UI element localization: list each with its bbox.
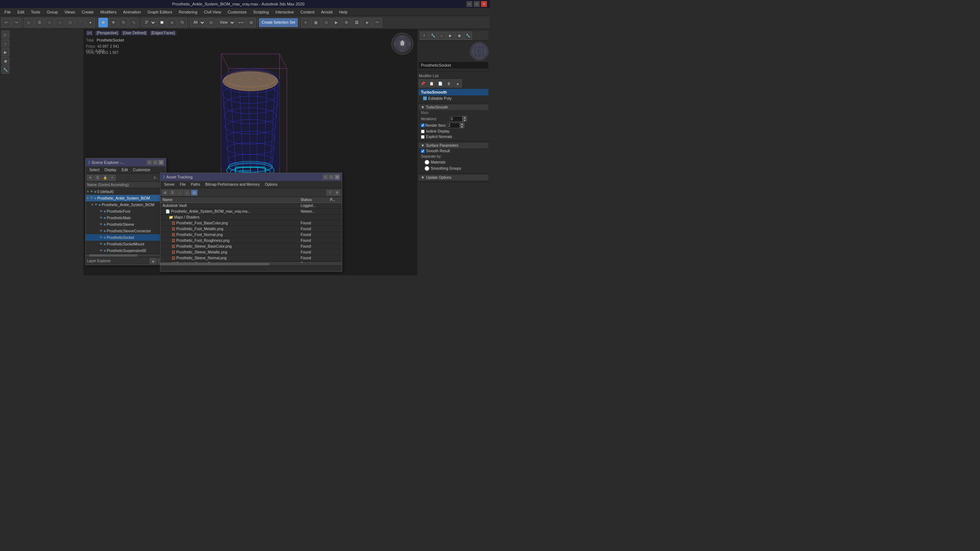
menu-item-help[interactable]: Help [336,9,351,15]
se-list-btn[interactable]: ☰ [94,175,101,181]
menu-item-content[interactable]: Content [298,9,317,15]
at-row-2[interactable]: 📁 Maps / Shaders [161,214,342,220]
se-tree-row-1[interactable]: ▼👁◈Prosthetic_Ankle_System_BiOM [86,195,166,202]
surface-params-title[interactable]: ▼ Surface Parameters [419,143,488,148]
se-menu-customize[interactable]: Customize [131,168,152,172]
se-tree-row-5[interactable]: 👁◈ProstheticSleeve [86,221,166,228]
viewport-edgedfaces-tag[interactable]: [Edged Faces] [150,30,176,35]
render-setup-button[interactable]: ⚙ [342,18,351,27]
display-btn[interactable]: ◉ [2,57,10,65]
menu-item-edit[interactable]: Edit [14,9,27,15]
rp-display-btn[interactable]: ◉ [455,32,463,40]
se-tree-row-8[interactable]: 👁◈ProstheticSocketMount [86,241,166,247]
explicit-normals-checkbox[interactable] [421,135,425,139]
rp-hierarchy-btn[interactable]: ⌂ [438,32,446,40]
select-name-button[interactable]: ☰ [35,18,44,27]
se-tree-row-2[interactable]: ▼👁◈Prosthetic_Ankle_System_BiOM [86,202,166,208]
viewport-persp-tag[interactable]: [Perspective] [95,30,119,35]
viewport-userdef-tag[interactable]: [User Defined] [121,30,148,35]
at-row-9[interactable]: 🖼 Prosthetic_Sleeve_Normal.pngFound [161,255,342,261]
rp-modify-btn[interactable]: 🔧 [429,32,437,40]
scale-button[interactable]: ⤡ [129,18,138,27]
se-tree-row-0[interactable]: ▼👁◈0 (default) [86,188,166,195]
se-eye-6[interactable]: 👁 [100,229,103,233]
se-minimize-btn[interactable]: ─ [147,160,152,165]
mod-move-up-btn[interactable]: ▲ [454,79,462,87]
se-menu-edit[interactable]: Edit [119,168,130,172]
redo-button[interactable]: ↪ [12,18,21,27]
snap-pct-button[interactable]: % [178,18,187,27]
at-help-btn[interactable]: ? [326,190,333,195]
close-button[interactable]: ✕ [481,1,487,7]
render-iters-up[interactable]: ▲ [460,122,464,125]
at-row-4[interactable]: 🖼 Prosthetic_Foot_Metallic.pngFound [161,226,342,232]
rp-nav-sphere[interactable] [470,42,488,60]
mod-paste-btn[interactable]: 📋 [428,79,436,87]
viewport-plus-tag[interactable]: [+] [86,30,93,35]
isoline-checkbox[interactable] [421,130,425,133]
at-menu-paths[interactable]: Paths [189,182,203,187]
menu-item-scripting[interactable]: Scripting [250,9,272,15]
se-eye-2[interactable]: 👁 [94,203,98,206]
mod-copy-btn[interactable]: 📄 [436,79,444,87]
menu-item-group[interactable]: Group [44,9,61,15]
se-eye-5[interactable]: 👁 [100,222,103,226]
at-restore-btn[interactable]: □ [329,175,334,179]
at-minimize-btn[interactable]: ─ [323,175,328,179]
menu-item-animation[interactable]: Animation [120,9,144,15]
snap-toggle-button[interactable]: 🔲 [157,18,167,27]
snap-angle-button[interactable]: ⌀ [167,18,177,27]
menu-item-customize[interactable]: Customize [225,9,250,15]
render-iters-down[interactable]: ▼ [460,125,464,128]
at-btn-5[interactable]: ▤ [191,190,197,195]
rp-utilities-btn[interactable]: 🔧 [464,32,472,40]
at-row-5[interactable]: 🖼 Prosthetic_Foot_Normal.pngFound [161,232,342,238]
se-eye-8[interactable]: 👁 [100,242,103,246]
select-obj-button[interactable]: ▷ [24,18,34,27]
rp-create-btn[interactable]: + [420,32,428,40]
menu-item-views[interactable]: Views [62,9,78,15]
at-btn-3[interactable]: ↓ [177,190,183,195]
se-scrollbar[interactable] [86,254,166,257]
align-button[interactable]: ⊞ [247,18,256,27]
turbosmooth-section-title[interactable]: ▼ TurboSmooth [419,105,488,110]
paint-sel-button[interactable]: ● [86,18,95,27]
layer-mgr-button[interactable]: ≡ [301,18,310,27]
hierarchy-btn[interactable]: ⌂ [2,39,10,48]
iterations-up[interactable]: ▲ [463,116,467,119]
at-scrollbar[interactable] [161,263,342,265]
curve-editor-button[interactable]: 〜 [372,18,382,27]
mod-del-btn[interactable]: 🗑 [445,79,453,87]
snap-dropdown[interactable]: 3°5° [142,18,156,27]
motion-btn[interactable]: ▶ [2,48,10,56]
select-object-list-btn[interactable]: ▷ [2,30,10,39]
select-move-button[interactable]: ✥ [108,18,118,27]
create-sel-set-button[interactable]: Create Selection Set [259,18,298,27]
layer-up-btn[interactable]: ▲ [150,258,156,264]
menu-item-graph-editors[interactable]: Graph Editors [145,9,175,15]
view-dropdown[interactable]: View [216,18,235,27]
iterations-down[interactable]: ▼ [463,119,467,122]
at-menu-file[interactable]: File [178,182,188,187]
se-restore-btn[interactable]: □ [153,160,158,165]
smooth-result-checkbox[interactable] [421,149,425,153]
at-close-btn[interactable]: ✕ [334,175,340,179]
undo-button[interactable]: ↩ [2,18,11,27]
rotate-button[interactable]: ↻ [119,18,128,27]
viewport-navigator[interactable] [391,33,413,55]
rp-motion-btn[interactable]: ▶ [447,32,455,40]
circ-sel-button[interactable]: ○ [55,18,65,27]
menu-item-civil-view[interactable]: Civil View [201,9,224,15]
at-row-1[interactable]: 📄 Prosthetic_Ankle_System_BiOM_max_vray.… [161,209,342,214]
se-eye-9[interactable]: 👁 [100,249,103,252]
menu-item-file[interactable]: File [2,9,14,15]
ribbon-button[interactable]: ▦ [311,18,321,27]
mat-editor-button[interactable]: ◈ [362,18,372,27]
lasso-sel-button[interactable]: ⌒ [75,18,85,27]
menu-item-tools[interactable]: Tools [28,9,43,15]
minimize-button[interactable]: ─ [466,1,473,7]
se-tree-row-3[interactable]: 👁◈ProstheticFoot [86,208,166,214]
se-deselect-btn[interactable]: ✕ [87,175,94,181]
menu-item-modifiers[interactable]: Modifiers [97,9,119,15]
materials-radio[interactable] [425,160,429,165]
